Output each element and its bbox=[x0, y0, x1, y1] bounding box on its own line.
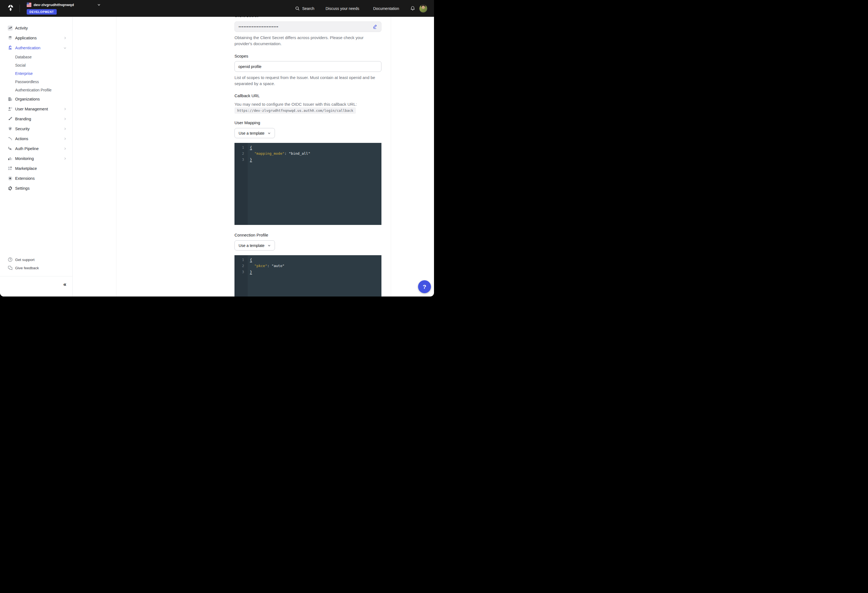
auth0-dashboard-page: Client Secret Obtaining the Client Secre… bbox=[0, 0, 434, 297]
chevron-right-icon bbox=[63, 147, 66, 150]
sidebar-subitem-authentication-profile[interactable]: Authentication Profile bbox=[0, 86, 73, 94]
chevron-down-icon bbox=[267, 132, 271, 135]
callback-url-label: Callback URL bbox=[235, 93, 260, 98]
activity-icon bbox=[8, 26, 13, 31]
chevron-right-icon bbox=[63, 127, 66, 130]
sidebar-subitem-social[interactable]: Social bbox=[0, 61, 73, 70]
client-secret-input[interactable] bbox=[238, 25, 372, 29]
us-flag-icon bbox=[27, 3, 31, 7]
user-mapping-code-editor[interactable]: 1 2 3 { "mapping_mode": "bind_all" } bbox=[235, 143, 381, 225]
callback-url-value: https://dev-zlvgrudhtfnqnwqd.us.auth0.co… bbox=[235, 107, 356, 114]
sidebar-item-security[interactable]: Security bbox=[0, 124, 73, 134]
chevron-right-icon bbox=[63, 107, 66, 111]
sidebar-subitem-enterprise[interactable]: Enterprise bbox=[0, 70, 73, 78]
search-icon bbox=[295, 6, 300, 11]
sidebar-subitem-database[interactable]: Database bbox=[0, 53, 73, 61]
code-content: { "pkce": "auto" } bbox=[248, 255, 285, 297]
topbar-divider bbox=[19, 5, 20, 12]
sidebar-item-user-management[interactable]: User Management bbox=[0, 104, 73, 114]
sidebar-item-auth-pipeline[interactable]: Auth Pipeline bbox=[0, 144, 73, 154]
lock-icon bbox=[8, 46, 13, 50]
bar-chart-icon bbox=[8, 156, 13, 161]
user-mapping-label: User Mapping bbox=[235, 120, 260, 125]
help-circle-icon bbox=[8, 257, 13, 262]
scopes-help: List of scopes to request from the Issue… bbox=[235, 75, 381, 86]
gear-icon bbox=[8, 186, 13, 191]
sidebar-item-actions[interactable]: Actions bbox=[0, 134, 73, 144]
sidebar-item-settings[interactable]: Settings bbox=[0, 183, 73, 193]
get-support-link[interactable]: Get support bbox=[0, 256, 73, 264]
search-button[interactable]: Search bbox=[295, 0, 314, 17]
chevron-down-icon bbox=[267, 244, 271, 247]
sidebar-item-marketplace[interactable]: Marketplace bbox=[0, 164, 73, 173]
discuss-your-needs-link[interactable]: Discuss your needs bbox=[326, 0, 359, 17]
chevron-right-icon bbox=[63, 137, 66, 140]
documentation-link[interactable]: Documentation bbox=[373, 0, 399, 17]
scopes-input[interactable] bbox=[235, 61, 381, 72]
content-left-divider bbox=[116, 17, 117, 297]
pencil-icon bbox=[372, 24, 377, 29]
sidebar-item-branding[interactable]: Branding bbox=[0, 114, 73, 124]
chip-icon bbox=[8, 176, 13, 181]
building-icon bbox=[8, 97, 13, 102]
callback-url-help: You may need to configure the OIDC Issue… bbox=[235, 101, 381, 107]
chevron-down-icon bbox=[97, 3, 101, 7]
scopes-label: Scopes bbox=[235, 54, 248, 58]
connection-profile-template-button[interactable]: Use a template bbox=[235, 240, 275, 250]
bell-icon bbox=[410, 6, 415, 11]
code-content: { "mapping_mode": "bind_all" } bbox=[248, 143, 310, 225]
pipeline-arrow-icon bbox=[8, 146, 13, 151]
client-secret-help: Obtaining the Client Secret differs acro… bbox=[235, 35, 381, 47]
line-number-gutter: 1 2 3 bbox=[235, 143, 248, 225]
sidebar-item-organizations[interactable]: Organizations bbox=[0, 94, 73, 104]
sidebar-footer-divider bbox=[0, 276, 72, 277]
give-feedback-link[interactable]: Give feedback bbox=[0, 264, 73, 272]
content-right-divider bbox=[391, 17, 391, 297]
blocks-plus-icon bbox=[8, 166, 13, 171]
topbar: dev-zlvgrudhtfnqnwqd DEVELOPMENT Search … bbox=[0, 0, 434, 17]
line-number-gutter: 1 2 3 bbox=[235, 255, 248, 297]
notifications-button[interactable] bbox=[410, 0, 415, 17]
chevron-right-icon bbox=[63, 36, 66, 40]
paintbrush-icon bbox=[8, 117, 13, 121]
feedback-bubbles-icon bbox=[8, 265, 13, 271]
sidebar-item-activity[interactable]: Activity bbox=[0, 23, 73, 33]
connection-profile-code-editor[interactable]: 1 2 3 { "pkce": "auto" } bbox=[235, 255, 381, 297]
user-gear-icon bbox=[8, 106, 13, 111]
layers-icon bbox=[8, 35, 13, 40]
connection-profile-label: Connection Profile bbox=[235, 233, 268, 237]
sidebar-subitem-passwordless[interactable]: Passwordless bbox=[0, 78, 73, 86]
sidebar-item-authentication[interactable]: Authentication bbox=[0, 43, 73, 53]
chevron-right-icon bbox=[63, 117, 66, 121]
sidebar-item-extensions[interactable]: Extensions bbox=[0, 173, 73, 183]
help-button[interactable]: ? bbox=[418, 280, 431, 293]
sidebar-item-applications[interactable]: Applications bbox=[0, 33, 73, 43]
shield-check-icon bbox=[8, 126, 13, 131]
environment-badge: DEVELOPMENT bbox=[27, 9, 57, 15]
edit-client-secret-button[interactable] bbox=[372, 24, 378, 30]
user-avatar[interactable] bbox=[419, 4, 427, 13]
tenant-name: dev-zlvgrudhtfnqnwqd bbox=[34, 3, 74, 7]
user-mapping-template-button[interactable]: Use a template bbox=[235, 128, 275, 138]
chevron-down-icon bbox=[63, 46, 66, 50]
chevron-right-icon bbox=[63, 157, 66, 160]
client-secret-field[interactable] bbox=[235, 21, 381, 32]
sidebar: Activity Applications Authentication Dat… bbox=[0, 17, 73, 297]
flow-icon bbox=[8, 136, 13, 141]
tenant-switcher[interactable]: dev-zlvgrudhtfnqnwqd bbox=[27, 3, 101, 7]
sidebar-item-monitoring[interactable]: Monitoring bbox=[0, 154, 73, 164]
collapse-sidebar-button[interactable]: « bbox=[63, 281, 66, 287]
auth0-logo[interactable] bbox=[7, 4, 14, 13]
